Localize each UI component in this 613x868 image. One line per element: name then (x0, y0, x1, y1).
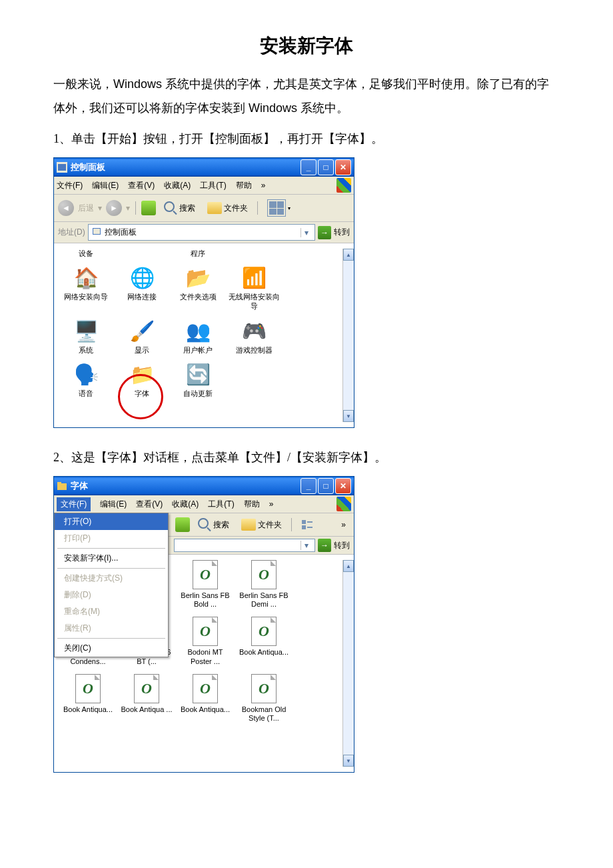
svg-rect-8 (307, 521, 312, 523)
menu-help[interactable]: 帮助 (244, 499, 260, 510)
address-input[interactable]: ▾ (174, 539, 315, 552)
menu-more[interactable]: » (261, 181, 266, 190)
toolbar-more[interactable]: » (341, 520, 350, 529)
scroll-up-icon[interactable]: ▲ (343, 249, 354, 261)
menu-tools[interactable]: 工具(T) (208, 499, 234, 510)
menu-edit[interactable]: 编辑(E) (100, 499, 127, 510)
scrollbar[interactable]: ▲ ▼ (342, 560, 354, 767)
folder-up-button[interactable] (175, 517, 190, 532)
app-icon (57, 162, 67, 173)
font-item[interactable]: OBookman Old Style (T... (235, 674, 293, 723)
scroll-up-icon[interactable]: ▲ (343, 560, 354, 572)
step-2: 2、这是【字体】对话框，点击菜单【文件】/【安装新字体】。 (53, 445, 560, 469)
item-label: 网络安装向导 (59, 292, 113, 301)
svg-rect-6 (302, 520, 306, 524)
menubar: 文件(F) 编辑(E) 查看(V) 收藏(A) 工具(T) 帮助 » 打开(O)… (54, 495, 354, 513)
control-panel-item[interactable]: 🖥️系统 (59, 319, 113, 355)
control-panel-item[interactable]: 📶无线网络安装向导 (227, 266, 281, 311)
item-label: 无线网络安装向导 (227, 292, 281, 311)
minimize-button[interactable]: _ (301, 159, 316, 175)
close-button[interactable]: ✕ (335, 478, 351, 494)
item-label: 用户帐户 (171, 345, 225, 355)
separator (257, 201, 258, 215)
menu-favorites[interactable]: 收藏(A) (164, 180, 191, 191)
folders-button[interactable]: 文件夹 (237, 517, 286, 533)
window-title: 字体 (71, 480, 301, 492)
scroll-down-icon[interactable]: ▼ (343, 755, 354, 767)
control-panel-item[interactable]: 📂文件夹选项 (171, 266, 225, 311)
file-dropdown: 打开(O) 打印(P) 安装新字体(I)... 创建快捷方式(S) 删除(D) … (54, 513, 169, 657)
menu-edit[interactable]: 编辑(E) (92, 180, 119, 191)
font-item[interactable]: OBerlin Sans FB Demi ... (235, 560, 293, 609)
back-button[interactable]: ◄ (58, 200, 74, 216)
svg-rect-9 (307, 527, 312, 528)
menu-view[interactable]: 查看(V) (136, 499, 163, 510)
views-button[interactable]: ▾ (263, 197, 295, 219)
font-icon: O (193, 674, 218, 703)
font-item[interactable]: OBook Antiqua ... (118, 674, 175, 723)
font-label: Bodoni MT Poster ... (177, 648, 234, 665)
folder-icon (241, 519, 256, 531)
close-button[interactable]: ✕ (335, 159, 351, 175)
control-panel-item[interactable]: 🌐网络连接 (115, 266, 169, 311)
maximize-button[interactable]: □ (318, 478, 334, 494)
truncated-item: 设备 (59, 249, 113, 258)
address-dropdown-icon[interactable]: ▾ (301, 541, 312, 550)
font-item[interactable]: OBodoni MT Poster ... (177, 617, 234, 665)
font-icon: O (134, 674, 159, 703)
scrollbar[interactable]: ▲ ▼ (342, 249, 354, 422)
dd-install-font[interactable]: 安装新字体(I)... (55, 550, 168, 567)
item-icon: 🌐 (130, 266, 154, 290)
control-panel-item[interactable]: 👥用户帐户 (171, 319, 225, 355)
folders-button[interactable]: 文件夹 (203, 200, 252, 216)
forward-button[interactable]: ► (106, 200, 122, 216)
titlebar[interactable]: 字体 _ □ ✕ (54, 477, 354, 495)
back-label: 后退 (78, 203, 94, 214)
scroll-down-icon[interactable]: ▼ (343, 410, 354, 422)
font-label: Book Antiqua... (235, 648, 293, 657)
app-icon (57, 481, 67, 491)
minimize-button[interactable]: _ (301, 478, 316, 494)
control-panel-item[interactable]: 🎮游戏控制器 (227, 319, 281, 355)
menu-view[interactable]: 查看(V) (128, 180, 155, 191)
dd-close[interactable]: 关闭(C) (55, 640, 168, 657)
views-icon (267, 199, 286, 217)
dd-open[interactable]: 打开(O) (55, 513, 168, 530)
menu-file[interactable]: 文件(F) (57, 497, 91, 511)
truncated-item (227, 249, 281, 258)
control-panel-item[interactable]: 🏠网络安装向导 (59, 266, 113, 311)
search-button[interactable]: 搜索 (194, 516, 233, 533)
font-item[interactable]: OBook Antiqua... (59, 674, 117, 723)
maximize-button[interactable]: □ (318, 159, 334, 175)
item-label: 自动更新 (171, 389, 225, 398)
control-panel-item[interactable]: 🗣️语音 (59, 363, 113, 398)
go-button[interactable]: → (318, 226, 331, 239)
font-icon: O (75, 674, 101, 703)
font-item[interactable]: OBook Antiqua... (235, 617, 293, 665)
font-item[interactable]: OBerlin Sans FB Bold ... (177, 560, 234, 609)
address-icon (91, 226, 102, 239)
dd-shortcut: 创建快捷方式(S) (55, 570, 168, 587)
views-button[interactable] (297, 517, 317, 532)
address-input[interactable]: 控制面板 ▾ (88, 224, 315, 241)
menu-tools[interactable]: 工具(T) (200, 180, 226, 191)
menu-help[interactable]: 帮助 (236, 180, 252, 191)
menu-file[interactable]: 文件(F) (57, 180, 83, 191)
search-icon (164, 201, 177, 215)
titlebar[interactable]: 控制面板 _ □ ✕ (54, 158, 354, 177)
control-panel-item[interactable]: 🖌️显示 (115, 319, 169, 355)
svg-rect-5 (57, 482, 61, 484)
dd-properties: 属性(R) (55, 620, 168, 637)
item-label: 显示 (115, 345, 169, 355)
search-button[interactable]: 搜索 (160, 199, 199, 217)
go-button[interactable]: → (318, 539, 331, 552)
address-dropdown-icon[interactable]: ▾ (301, 228, 312, 237)
font-item[interactable]: OBook Antiqua... (177, 674, 234, 723)
menu-favorites[interactable]: 收藏(A) (172, 499, 199, 510)
menu-more[interactable]: » (269, 499, 274, 509)
windows-logo-icon (336, 497, 351, 511)
folder-up-button[interactable] (141, 201, 156, 215)
address-value: 控制面板 (105, 227, 137, 238)
control-panel-item[interactable]: 🔄自动更新 (171, 363, 225, 398)
svg-rect-7 (302, 525, 306, 529)
